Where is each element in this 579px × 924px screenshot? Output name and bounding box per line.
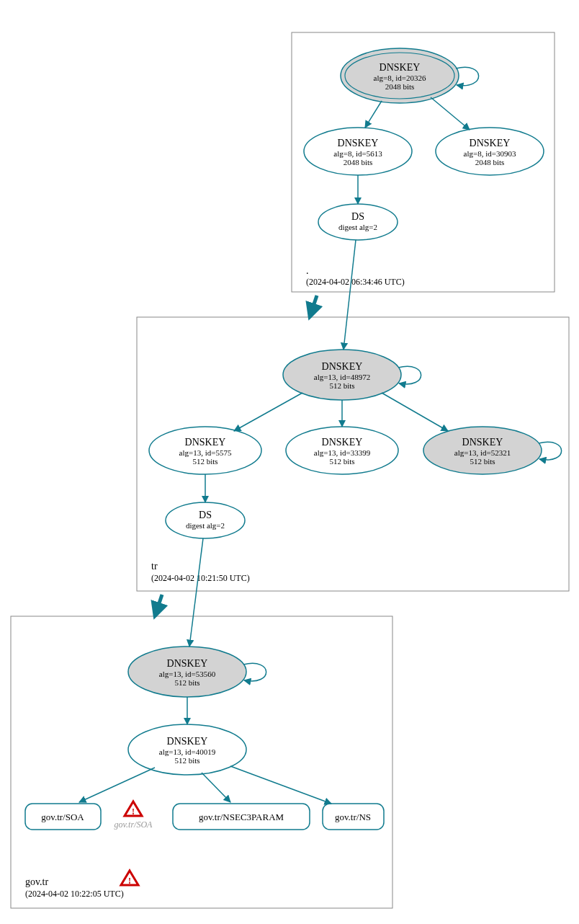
svg-text:gov.tr/SOA: gov.tr/SOA: [41, 812, 84, 822]
svg-text:DNSKEY: DNSKEY: [167, 736, 208, 747]
zone-label-root: .: [306, 265, 309, 276]
node-root-zsk2: DNSKEY alg=8, id=30903 2048 bits: [436, 128, 544, 175]
svg-text:512 bits: 512 bits: [174, 678, 199, 687]
node-tr-ksk: DNSKEY alg=13, id=48972 512 bits: [283, 350, 401, 400]
edge-govtrzsk-nsec3: [202, 773, 230, 802]
zone-govtr-warning-icon: !: [121, 871, 138, 886]
svg-text:digest alg=2: digest alg=2: [338, 223, 377, 231]
edge-root-to-tr-zone: [310, 296, 317, 317]
edge-tr-k3-self: [539, 442, 562, 460]
svg-text:2048 bits: 2048 bits: [344, 158, 373, 166]
svg-text:alg=13, id=53560: alg=13, id=53560: [159, 670, 216, 678]
node-govtr-ns: gov.tr/NS: [323, 804, 384, 830]
edge-govtrzsk-soa: [79, 768, 155, 802]
zone-time-tr: (2024-04-02 10:21:50 UTC): [151, 573, 250, 583]
svg-text:alg=13, id=5575: alg=13, id=5575: [179, 448, 232, 457]
svg-text:gov.tr/NS: gov.tr/NS: [335, 812, 371, 822]
svg-text:DS: DS: [199, 510, 212, 520]
svg-text:DNSKEY: DNSKEY: [462, 437, 503, 448]
svg-point-32: [166, 502, 245, 538]
node-root-ds: DS digest alg=2: [318, 204, 398, 240]
node-tr-k3: DNSKEY alg=13, id=52321 512 bits: [423, 427, 542, 474]
dnssec-chain-diagram: . (2024-04-02 06:34:46 UTC) DNSKEY alg=8…: [0, 0, 579, 924]
node-tr-k1: DNSKEY alg=13, id=5575 512 bits: [149, 427, 261, 474]
node-govtr-soa: gov.tr/SOA: [25, 804, 101, 830]
edge-rootds-trksk: [344, 240, 356, 350]
svg-text:2048 bits: 2048 bits: [385, 82, 415, 91]
svg-text:512 bits: 512 bits: [329, 457, 354, 466]
edge-trds-govtrksk: [189, 538, 203, 647]
svg-text:digest alg=2: digest alg=2: [186, 521, 225, 530]
svg-text:DNSKEY: DNSKEY: [167, 658, 208, 669]
node-tr-k2: DNSKEY alg=13, id=33399 512 bits: [286, 427, 398, 474]
node-govtr-soa-warning: ! gov.tr/SOA: [115, 801, 153, 830]
edge-govtr-ksk-self: [243, 663, 266, 681]
svg-text:DNSKEY: DNSKEY: [380, 62, 421, 73]
svg-text:DNSKEY: DNSKEY: [470, 138, 511, 148]
svg-text:gov.tr/NSEC3PARAM: gov.tr/NSEC3PARAM: [199, 812, 284, 822]
svg-text:DNSKEY: DNSKEY: [338, 138, 379, 148]
svg-text:alg=13, id=40019: alg=13, id=40019: [159, 747, 216, 756]
svg-text:512 bits: 512 bits: [329, 381, 354, 390]
edge-trksk-k1: [234, 393, 302, 431]
zone-time-root: (2024-04-02 06:34:46 UTC): [306, 277, 405, 287]
edge-trksk-k3: [382, 393, 448, 431]
svg-text:alg=8, id=20326: alg=8, id=20326: [374, 74, 426, 82]
node-govtr-ksk: DNSKEY alg=13, id=53560 512 bits: [128, 647, 246, 697]
node-tr-ds: DS digest alg=2: [166, 502, 245, 538]
svg-text:DNSKEY: DNSKEY: [185, 437, 226, 448]
svg-text:!: !: [132, 807, 135, 817]
node-root-ksk: DNSKEY alg=8, id=20326 2048 bits: [341, 48, 459, 103]
svg-text:alg=13, id=33399: alg=13, id=33399: [314, 448, 371, 457]
edge-rootksk-zsk1: [365, 101, 382, 128]
edge-tr-to-govtr-zone: [155, 595, 162, 616]
edge-tr-ksk-self: [398, 366, 421, 384]
svg-text:alg=8, id=30903: alg=8, id=30903: [464, 149, 516, 158]
edge-root-ksk-self: [456, 67, 479, 85]
zone-label-tr: tr: [151, 561, 158, 572]
svg-text:!: !: [128, 876, 131, 886]
node-govtr-nsec3param: gov.tr/NSEC3PARAM: [173, 804, 310, 830]
zone-time-govtr: (2024-04-02 10:22:05 UTC): [25, 889, 124, 899]
svg-text:alg=13, id=48972: alg=13, id=48972: [314, 373, 370, 381]
svg-point-13: [318, 204, 398, 240]
svg-text:gov.tr/SOA: gov.tr/SOA: [115, 819, 153, 830]
node-root-zsk1: DNSKEY alg=8, id=5613 2048 bits: [304, 128, 412, 175]
svg-text:512 bits: 512 bits: [470, 457, 495, 466]
svg-text:DS: DS: [351, 211, 364, 222]
svg-text:alg=13, id=52321: alg=13, id=52321: [454, 448, 511, 457]
svg-text:DNSKEY: DNSKEY: [322, 437, 363, 448]
node-govtr-zsk: DNSKEY alg=13, id=40019 512 bits: [128, 724, 246, 775]
zone-label-govtr: gov.tr: [25, 876, 48, 887]
svg-text:512 bits: 512 bits: [192, 457, 217, 466]
edge-govtrzsk-ns: [230, 766, 331, 804]
svg-text:alg=8, id=5613: alg=8, id=5613: [333, 149, 382, 158]
svg-text:DNSKEY: DNSKEY: [322, 361, 363, 372]
svg-text:2048 bits: 2048 bits: [475, 158, 505, 166]
edge-rootksk-zsk2: [431, 97, 470, 130]
svg-text:512 bits: 512 bits: [174, 756, 199, 765]
